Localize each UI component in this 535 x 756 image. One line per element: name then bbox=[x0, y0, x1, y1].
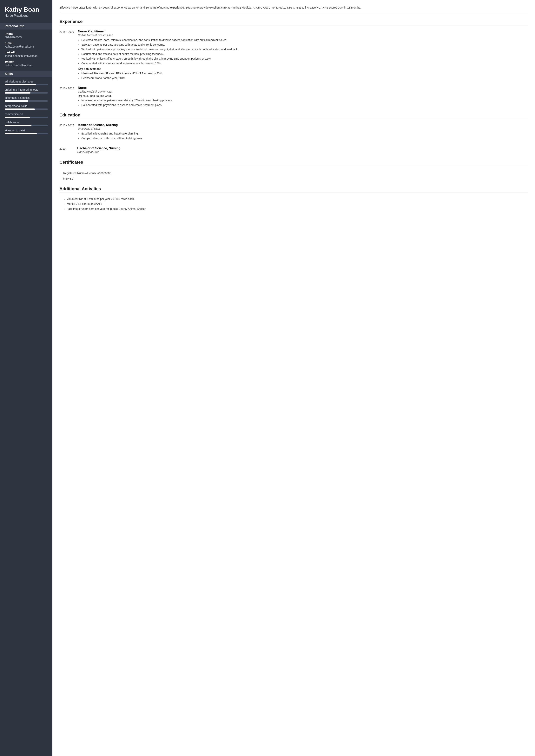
list-item: Mentored 10+ new NPs and RNs to raise HC… bbox=[81, 71, 528, 76]
certificates-list: Registered Nurse—License #00000000FNP-BC bbox=[59, 168, 528, 181]
experience-entry: 2010 - 2015 Nurse Collins Medical Center… bbox=[59, 84, 528, 107]
job-title: Nurse bbox=[78, 86, 528, 90]
contact-value: kathyzboan@gmail.com bbox=[5, 45, 48, 48]
entry-body: Nurse Practitioner Collins Medical Cente… bbox=[78, 30, 528, 80]
certificate-item: Registered Nurse—License #00000000 bbox=[63, 170, 528, 176]
education-section: Education 2013 - 2015 Master of Science,… bbox=[59, 111, 528, 155]
additional-header: Additional Activities bbox=[59, 185, 528, 193]
skill-bar-fill bbox=[5, 92, 31, 94]
additional-section: Additional Activities Volunteer NP at 5 … bbox=[59, 185, 528, 211]
additional-item: Facilitate 4 fundraisers per year for To… bbox=[67, 207, 528, 211]
education-entry: 2010 Bachelor of Science, Nursing Univer… bbox=[59, 144, 528, 155]
education-header: Education bbox=[59, 111, 528, 119]
additional-list: Volunteer NP at 5 trail runs per year 26… bbox=[59, 195, 528, 211]
skill-name: collaboration bbox=[5, 121, 48, 124]
contact-list: Phone 801-870-3963E-mail kathyzboan@gmai… bbox=[5, 32, 48, 67]
skill-name: admissions & discharge bbox=[5, 80, 48, 83]
list-item: Delivered medical care, referrals, coord… bbox=[81, 38, 528, 42]
skill-name: interpersonal skills bbox=[5, 104, 48, 107]
skill-bar bbox=[5, 117, 48, 118]
contact-value: linkedin.com/in/kathyzboan bbox=[5, 54, 48, 57]
skill-item: differential diagnosis bbox=[5, 96, 48, 102]
skill-item: attention to detail bbox=[5, 129, 48, 134]
skill-bar-fill bbox=[5, 108, 35, 110]
list-item: Collaborated with physicians to assess a… bbox=[81, 103, 528, 107]
list-item: Documented and tracked patient health me… bbox=[81, 52, 528, 56]
skill-item: communication bbox=[5, 113, 48, 118]
entry-dates: 2010 - 2015 bbox=[59, 86, 74, 107]
skill-item: ordering & interpreting tests bbox=[5, 88, 48, 94]
contact-value: twitter.com/kathyzboan bbox=[5, 64, 48, 67]
entry-dates: 2010 bbox=[59, 147, 73, 155]
skill-bar bbox=[5, 100, 48, 102]
degree-title: Bachelor of Science, Nursing bbox=[77, 147, 528, 150]
edu-bullets: Excelled in leadership and healthcare pl… bbox=[78, 131, 528, 141]
summary-text: Effective nurse practitioner with 5+ yea… bbox=[59, 5, 528, 13]
contact-label: Twitter bbox=[5, 60, 48, 63]
job-title: Nurse Practitioner bbox=[78, 30, 528, 33]
experience-entry: 2015 - 2020 Nurse Practitioner Collins M… bbox=[59, 27, 528, 80]
entry-org: Collins Medical Center, Utah bbox=[78, 34, 528, 37]
skill-bar-fill bbox=[5, 125, 31, 126]
entry-bullets: Delivered medical care, referrals, coord… bbox=[78, 38, 528, 66]
skill-item: collaboration bbox=[5, 121, 48, 126]
skill-bar-fill bbox=[5, 100, 28, 102]
entry-body: Bachelor of Science, Nursing University … bbox=[77, 147, 528, 155]
contact-label: E-mail bbox=[5, 42, 48, 45]
experience-header: Experience bbox=[59, 17, 528, 25]
additional-item: Mentor 7 NPs through AANP. bbox=[67, 202, 528, 206]
skill-bar bbox=[5, 92, 48, 94]
list-item: Increased number of patients seen daily … bbox=[81, 98, 528, 103]
certificates-section: Certificates Registered Nurse—License #0… bbox=[59, 158, 528, 181]
skills-header: Skills bbox=[0, 70, 52, 77]
entry-org: Collins Medical Center, Utah bbox=[78, 90, 528, 93]
candidate-title: Nurse Practitioner bbox=[5, 14, 48, 17]
entry-org: University of Utah bbox=[77, 151, 528, 154]
entry-body: Master of Science, Nursing University of… bbox=[78, 123, 528, 141]
skill-item: admissions & discharge bbox=[5, 80, 48, 85]
entry-desc: RN on 30-bed trauma ward. bbox=[78, 94, 528, 98]
entry-bullets: Increased number of patients seen daily … bbox=[78, 98, 528, 107]
contact-item: Phone 801-870-3963 bbox=[5, 32, 48, 39]
main-content: Effective nurse practitioner with 5+ yea… bbox=[52, 0, 535, 756]
skill-name: attention to detail bbox=[5, 129, 48, 132]
entry-dates: 2015 - 2020 bbox=[59, 30, 74, 80]
contact-item: E-mail kathyzboan@gmail.com bbox=[5, 42, 48, 48]
skill-item: interpersonal skills bbox=[5, 104, 48, 110]
skill-bar bbox=[5, 125, 48, 126]
candidate-name: Kathy Boan bbox=[5, 6, 48, 13]
degree-title: Master of Science, Nursing bbox=[78, 123, 528, 127]
skill-bar bbox=[5, 84, 48, 85]
contact-item: LinkedIn linkedin.com/in/kathyzboan bbox=[5, 51, 48, 57]
skill-bar-fill bbox=[5, 84, 36, 85]
key-achievement-list: Mentored 10+ new NPs and RNs to raise HC… bbox=[78, 71, 528, 81]
personal-info-header: Personal Info bbox=[0, 23, 52, 30]
sidebar: Kathy Boan Nurse Practitioner Personal I… bbox=[0, 0, 52, 756]
skill-bar bbox=[5, 133, 48, 134]
contact-item: Twitter twitter.com/kathyzboan bbox=[5, 60, 48, 67]
list-item: Collaborated with insurance vendors to r… bbox=[81, 61, 528, 66]
skill-name: differential diagnosis bbox=[5, 96, 48, 99]
list-item: Completed master's thesis in differentia… bbox=[81, 136, 528, 141]
list-item: Worked with office staff to create a smo… bbox=[81, 56, 528, 61]
education-list: 2013 - 2015 Master of Science, Nursing U… bbox=[59, 121, 528, 155]
certificates-header: Certificates bbox=[59, 158, 528, 166]
list-item: Healthcare worker of the year, 2019. bbox=[81, 76, 528, 81]
certificate-item: FNP-BC bbox=[63, 176, 528, 181]
additional-item: Volunteer NP at 5 trail runs per year 26… bbox=[67, 197, 528, 202]
entry-org: University of Utah bbox=[78, 127, 528, 130]
skill-bar-fill bbox=[5, 117, 30, 118]
education-entry: 2013 - 2015 Master of Science, Nursing U… bbox=[59, 121, 528, 141]
skill-name: communication bbox=[5, 113, 48, 116]
key-achievement-label: Key Achievement bbox=[78, 67, 528, 70]
experience-list: 2015 - 2020 Nurse Practitioner Collins M… bbox=[59, 27, 528, 107]
list-item: Saw 20+ patients per day, assisting with… bbox=[81, 42, 528, 47]
skill-name: ordering & interpreting tests bbox=[5, 88, 48, 91]
experience-section: Experience 2015 - 2020 Nurse Practitione… bbox=[59, 17, 528, 107]
list-item: Excelled in leadership and healthcare pl… bbox=[81, 131, 528, 136]
list-item: Worked with patients to improve key metr… bbox=[81, 47, 528, 52]
contact-value: 801-870-3963 bbox=[5, 36, 48, 39]
entry-body: Nurse Collins Medical Center, Utah RN on… bbox=[78, 86, 528, 107]
contact-label: Phone bbox=[5, 32, 48, 35]
skill-bar bbox=[5, 108, 48, 110]
